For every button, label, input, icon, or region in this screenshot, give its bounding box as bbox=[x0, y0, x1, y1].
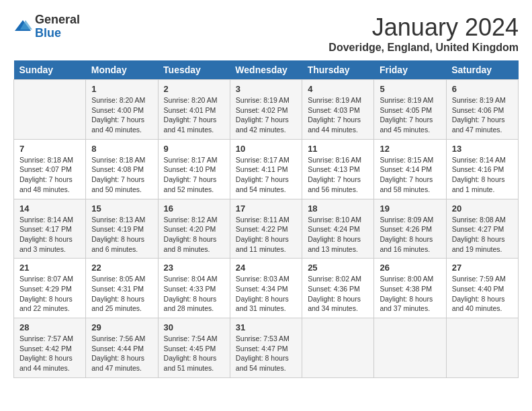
cell-content: Sunrise: 8:19 AM Sunset: 4:06 PM Dayligh… bbox=[452, 95, 513, 135]
logo-icon bbox=[13, 17, 32, 36]
day-number: 11 bbox=[308, 144, 368, 154]
day-cell bbox=[446, 318, 518, 378]
day-number: 1 bbox=[91, 84, 152, 94]
cell-content: Sunrise: 8:19 AM Sunset: 4:03 PM Dayligh… bbox=[308, 95, 368, 135]
cell-content: Sunrise: 8:12 AM Sunset: 4:20 PM Dayligh… bbox=[164, 215, 224, 255]
day-number: 4 bbox=[308, 84, 368, 94]
day-number: 22 bbox=[91, 263, 152, 273]
daylight: Daylight: 8 hours and 13 minutes. bbox=[308, 235, 361, 253]
sunrise: Sunrise: 7:53 AM bbox=[236, 334, 290, 342]
week-row-5: 28 Sunrise: 7:57 AM Sunset: 4:42 PM Dayl… bbox=[14, 318, 519, 378]
day-number: 10 bbox=[236, 144, 296, 154]
daylight: Daylight: 7 hours and 41 minutes. bbox=[164, 116, 217, 134]
day-cell bbox=[374, 318, 446, 378]
sunset: Sunset: 4:45 PM bbox=[164, 345, 216, 353]
day-number: 19 bbox=[380, 203, 440, 214]
daylight: Daylight: 8 hours and 28 minutes. bbox=[164, 295, 217, 313]
day-cell: 9 Sunrise: 8:17 AM Sunset: 4:10 PM Dayli… bbox=[158, 139, 230, 199]
day-cell: 14 Sunrise: 8:14 AM Sunset: 4:17 PM Dayl… bbox=[14, 199, 86, 259]
day-number: 29 bbox=[91, 322, 152, 332]
day-cell: 20 Sunrise: 8:08 AM Sunset: 4:27 PM Dayl… bbox=[446, 199, 518, 259]
sunset: Sunset: 4:07 PM bbox=[19, 165, 72, 173]
sunrise: Sunrise: 8:16 AM bbox=[308, 156, 361, 164]
sunrise: Sunrise: 8:20 AM bbox=[91, 96, 145, 104]
cell-content: Sunrise: 8:00 AM Sunset: 4:38 PM Dayligh… bbox=[380, 274, 440, 314]
day-cell: 17 Sunrise: 8:11 AM Sunset: 4:22 PM Dayl… bbox=[230, 199, 302, 259]
daylight: Daylight: 8 hours and 44 minutes. bbox=[19, 354, 73, 372]
daylight: Daylight: 8 hours and 40 minutes. bbox=[452, 295, 505, 313]
day-cell: 23 Sunrise: 8:04 AM Sunset: 4:33 PM Dayl… bbox=[158, 259, 230, 318]
title-block: January 2024 Doveridge, England, United … bbox=[328, 13, 519, 54]
day-number: 27 bbox=[452, 263, 513, 273]
daylight: Daylight: 8 hours and 3 minutes. bbox=[19, 235, 73, 253]
cell-content: Sunrise: 7:57 AM Sunset: 4:42 PM Dayligh… bbox=[19, 334, 80, 373]
sunrise: Sunrise: 8:19 AM bbox=[380, 96, 433, 104]
sunset: Sunset: 4:03 PM bbox=[308, 106, 360, 114]
sunrise: Sunrise: 7:59 AM bbox=[452, 275, 506, 283]
day-number: 14 bbox=[19, 203, 80, 214]
sunset: Sunset: 4:10 PM bbox=[164, 165, 216, 173]
daylight: Daylight: 7 hours and 56 minutes. bbox=[308, 175, 361, 193]
sunset: Sunset: 4:34 PM bbox=[236, 285, 288, 293]
cell-content: Sunrise: 7:53 AM Sunset: 4:47 PM Dayligh… bbox=[236, 334, 296, 373]
sunset: Sunset: 4:17 PM bbox=[19, 225, 72, 233]
daylight: Daylight: 7 hours and 50 minutes. bbox=[91, 175, 144, 193]
daylight: Daylight: 8 hours and 8 minutes. bbox=[164, 235, 217, 253]
day-number: 16 bbox=[164, 203, 224, 214]
day-cell: 12 Sunrise: 8:15 AM Sunset: 4:14 PM Dayl… bbox=[374, 139, 446, 199]
daylight: Daylight: 7 hours and 58 minutes. bbox=[380, 175, 433, 193]
week-row-4: 21 Sunrise: 8:07 AM Sunset: 4:29 PM Dayl… bbox=[14, 259, 519, 318]
day-number: 17 bbox=[236, 203, 296, 214]
sunrise: Sunrise: 8:08 AM bbox=[452, 216, 506, 224]
sunset: Sunset: 4:13 PM bbox=[308, 165, 360, 173]
sunset: Sunset: 4:22 PM bbox=[236, 225, 288, 233]
day-number: 13 bbox=[452, 144, 513, 154]
sunset: Sunset: 4:29 PM bbox=[19, 285, 72, 293]
sunrise: Sunrise: 8:12 AM bbox=[164, 216, 218, 224]
sunset: Sunset: 4:47 PM bbox=[236, 345, 288, 353]
day-cell: 21 Sunrise: 8:07 AM Sunset: 4:29 PM Dayl… bbox=[14, 259, 86, 318]
day-cell: 15 Sunrise: 8:13 AM Sunset: 4:19 PM Dayl… bbox=[86, 199, 158, 259]
cell-content: Sunrise: 8:18 AM Sunset: 4:07 PM Dayligh… bbox=[19, 155, 80, 195]
daylight: Daylight: 7 hours and 48 minutes. bbox=[19, 175, 73, 193]
day-cell bbox=[14, 80, 86, 140]
day-number: 15 bbox=[91, 203, 152, 214]
day-cell: 5 Sunrise: 8:19 AM Sunset: 4:05 PM Dayli… bbox=[374, 80, 446, 140]
sunrise: Sunrise: 8:18 AM bbox=[19, 156, 73, 164]
day-cell: 11 Sunrise: 8:16 AM Sunset: 4:13 PM Dayl… bbox=[302, 139, 374, 199]
day-number: 23 bbox=[164, 263, 224, 273]
daylight: Daylight: 8 hours and 51 minutes. bbox=[164, 354, 217, 372]
sunrise: Sunrise: 7:56 AM bbox=[91, 334, 145, 342]
day-cell: 22 Sunrise: 8:05 AM Sunset: 4:31 PM Dayl… bbox=[86, 259, 158, 318]
cell-content: Sunrise: 8:20 AM Sunset: 4:00 PM Dayligh… bbox=[91, 95, 152, 135]
sunset: Sunset: 4:36 PM bbox=[308, 285, 360, 293]
sunset: Sunset: 4:31 PM bbox=[91, 285, 144, 293]
cell-content: Sunrise: 8:07 AM Sunset: 4:29 PM Dayligh… bbox=[19, 274, 80, 314]
day-number: 21 bbox=[19, 263, 80, 273]
day-number: 26 bbox=[380, 263, 440, 273]
sunset: Sunset: 4:05 PM bbox=[380, 106, 432, 114]
day-header-friday: Friday bbox=[374, 60, 446, 80]
calendar-table: SundayMondayTuesdayWednesdayThursdayFrid… bbox=[13, 60, 519, 378]
sunset: Sunset: 4:19 PM bbox=[91, 225, 144, 233]
day-cell: 7 Sunrise: 8:18 AM Sunset: 4:07 PM Dayli… bbox=[14, 139, 86, 199]
cell-content: Sunrise: 8:14 AM Sunset: 4:16 PM Dayligh… bbox=[452, 155, 513, 195]
daylight: Daylight: 8 hours and 22 minutes. bbox=[19, 295, 73, 313]
daylight: Daylight: 7 hours and 52 minutes. bbox=[164, 175, 217, 193]
sunset: Sunset: 4:33 PM bbox=[164, 285, 216, 293]
sunset: Sunset: 4:11 PM bbox=[236, 165, 288, 173]
week-row-2: 7 Sunrise: 8:18 AM Sunset: 4:07 PM Dayli… bbox=[14, 139, 519, 199]
sunset: Sunset: 4:44 PM bbox=[91, 345, 144, 353]
cell-content: Sunrise: 8:13 AM Sunset: 4:19 PM Dayligh… bbox=[91, 215, 152, 255]
cell-content: Sunrise: 8:19 AM Sunset: 4:02 PM Dayligh… bbox=[236, 95, 296, 135]
sunrise: Sunrise: 8:00 AM bbox=[380, 275, 433, 283]
sunrise: Sunrise: 8:18 AM bbox=[91, 156, 145, 164]
daylight: Daylight: 7 hours and 44 minutes. bbox=[308, 116, 361, 134]
cell-content: Sunrise: 8:17 AM Sunset: 4:10 PM Dayligh… bbox=[164, 155, 224, 195]
day-cell: 3 Sunrise: 8:19 AM Sunset: 4:02 PM Dayli… bbox=[230, 80, 302, 140]
day-cell: 30 Sunrise: 7:54 AM Sunset: 4:45 PM Dayl… bbox=[158, 318, 230, 378]
daylight: Daylight: 8 hours and 11 minutes. bbox=[236, 235, 289, 253]
cell-content: Sunrise: 7:59 AM Sunset: 4:40 PM Dayligh… bbox=[452, 274, 513, 314]
sunrise: Sunrise: 8:10 AM bbox=[308, 216, 361, 224]
day-number: 9 bbox=[164, 144, 224, 154]
